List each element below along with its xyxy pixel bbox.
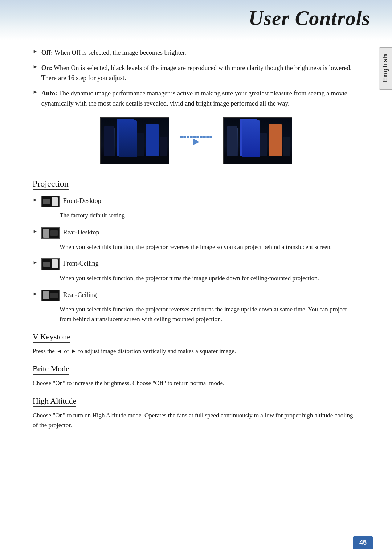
proj-label-front-ceiling: Front-Ceiling: [63, 260, 99, 267]
high-altitude-text: Choose "On" to turn on High Altitude mod…: [33, 410, 359, 430]
proj-bullet-4: ►: [33, 291, 38, 297]
bullet-text-on: On: When On is selected, black levels of…: [41, 63, 359, 83]
proj-icon-rear-ceiling: [41, 290, 60, 301]
language-tab-label: English: [381, 53, 389, 82]
proj-desc-front-ceiling: When you select this function, the proje…: [60, 274, 359, 283]
bullet-arrow-auto: ►: [33, 89, 38, 95]
high-altitude-section: High Altitude Choose "On" to turn on Hig…: [33, 396, 359, 430]
v-keystone-text: Press the ◄ or ► to adjust image distort…: [33, 346, 359, 356]
proj-icon-front-ceiling: [41, 258, 60, 270]
city-image-before: [100, 117, 169, 164]
page-title-container: User Controls: [0, 0, 392, 30]
proj-label-rear-ceiling: Rear-Ceiling: [63, 291, 97, 299]
projection-item-front-desktop: ► Front-Desktop: [33, 196, 359, 207]
projection-heading: Projection: [33, 179, 69, 190]
language-tab: English: [379, 47, 392, 90]
bullet-arrow-on: ►: [33, 64, 38, 70]
proj-bullet-3: ►: [33, 260, 38, 266]
bullet-text-auto: Auto: The dynamic image performance mana…: [41, 89, 359, 109]
main-content: ► Off: When Off is selected, the image b…: [0, 37, 392, 462]
projection-section: Projection ► Front-Desktop The factory d…: [33, 175, 359, 324]
image-comparison: [33, 117, 359, 164]
page-number: 45: [353, 536, 373, 549]
v-keystone-heading: V Keystone: [33, 332, 70, 343]
proj-icon-front-desktop: [41, 196, 60, 207]
page-title: User Controls: [249, 7, 370, 29]
bullet-item-auto: ► Auto: The dynamic image performance ma…: [33, 89, 359, 109]
high-altitude-heading: High Altitude: [33, 396, 76, 407]
brite-mode-heading: Brite Mode: [33, 364, 69, 375]
proj-label-rear-desktop: Rear-Desktop: [63, 229, 99, 236]
v-keystone-section: V Keystone Press the ◄ or ► to adjust im…: [33, 332, 359, 356]
bullet-item-off: ► Off: When Off is selected, the image b…: [33, 48, 359, 58]
proj-icon-rear-desktop: [41, 227, 60, 239]
projection-item-front-ceiling: ► Front-Ceiling: [33, 258, 359, 270]
projection-item-rear-desktop: ► Rear-Desktop: [33, 227, 359, 239]
proj-bullet-1: ►: [33, 197, 38, 203]
proj-desc-rear-desktop: When you select this function, the proje…: [60, 242, 359, 252]
brite-mode-section: Brite Mode Choose "On" to increase the b…: [33, 364, 359, 388]
city-image-after: [223, 117, 292, 164]
bullet-text-off: Off: When Off is selected, the image bec…: [41, 48, 186, 58]
bullet-arrow-off: ►: [33, 49, 38, 54]
bullet-item-on: ► On: When On is selected, black levels …: [33, 63, 359, 83]
comparison-arrow: [180, 136, 212, 146]
proj-bullet-2: ►: [33, 229, 38, 234]
proj-desc-rear-ceiling: When you select this function, the proje…: [60, 305, 359, 324]
proj-label-front-desktop: Front-Desktop: [63, 197, 101, 205]
bullet-section: ► Off: When Off is selected, the image b…: [33, 48, 359, 109]
brite-mode-text: Choose "On" to increase the brightness. …: [33, 378, 359, 388]
proj-desc-front-desktop: The factory default setting.: [60, 211, 359, 220]
projection-item-rear-ceiling: ► Rear-Ceiling: [33, 290, 359, 301]
